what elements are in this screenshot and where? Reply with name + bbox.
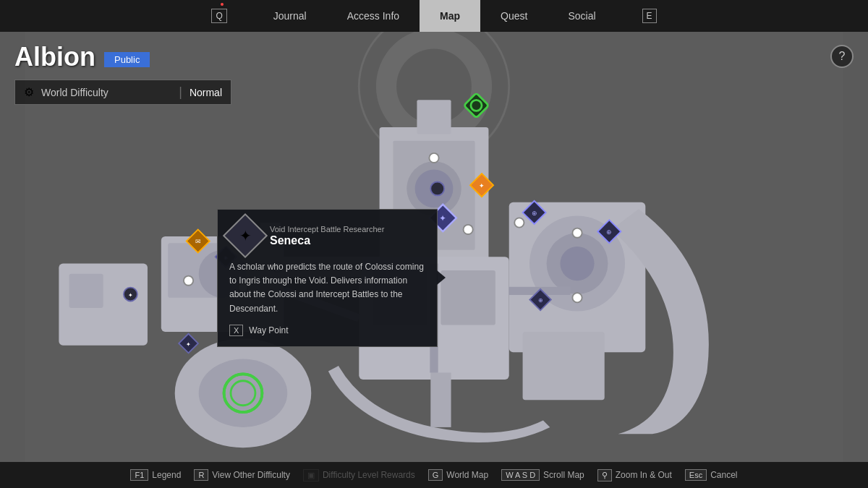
svg-rect-8 [417,100,451,134]
waypoint-label: Way Point [249,325,288,335]
nav-access-info[interactable]: Access Info [327,0,420,32]
location-title: Albion [14,42,95,72]
world-difficulty-value: Normal [190,87,222,98]
location-panel: Albion Public ⚙ World Difficulty | Norma… [14,42,231,105]
npc-name: Seneca [270,234,384,247]
npc-waypoint: X Way Point [229,325,425,336]
nav-quest[interactable]: Quest [480,0,548,32]
svg-point-39 [184,276,193,286]
svg-text:✦: ✦ [479,181,485,189]
svg-text:⊕: ⊕ [606,228,612,236]
key-zoom: ⚲ [597,469,612,481]
notification-dot [221,3,224,6]
bottom-bar: F1 Legend R View Other Difficulty ▣ Diff… [0,462,868,488]
label-world-map: World Map [446,470,488,480]
world-difficulty-label: World Difficulty [41,87,171,98]
svg-rect-20 [69,274,103,308]
key-wasd: W A S D [501,469,540,481]
svg-rect-11 [441,270,495,325]
hint-other-difficulty: R View Other Difficulty [194,469,290,481]
world-difficulty-panel: ⚙ World Difficulty | Normal [14,80,231,105]
npc-title-block: Void Intercept Battle Researcher Seneca [270,224,384,247]
npc-description: A scholar who predicts the route of Colo… [229,260,425,316]
npc-icon-symbol: ✦ [239,227,252,244]
key-f1: F1 [130,469,148,481]
label-difficulty-rewards: Difficulty Level Rewards [323,470,415,480]
npc-icon: ✦ [223,213,268,258]
hint-zoom: ⚲ Zoom In & Out [597,469,672,481]
top-navigation: Q Journal Access Info Map Quest Social E [0,0,868,32]
key-esc: Esc [685,469,707,481]
label-cancel: Cancel [710,470,737,480]
nav-map[interactable]: Map [420,0,480,32]
svg-text:⊕: ⊕ [532,209,537,217]
svg-point-15 [560,247,594,281]
nav-social[interactable]: Social [548,0,616,32]
label-legend: Legend [152,470,181,480]
svg-rect-28 [430,372,451,427]
public-badge: Public [104,52,150,67]
q-key-badge: Q [211,9,226,23]
svg-point-32 [429,153,438,163]
svg-point-34 [514,218,524,227]
svg-point-36 [572,293,582,302]
world-difficulty-divider: | [179,85,182,100]
svg-text:✦: ✦ [128,292,133,299]
hint-scroll-map: W A S D Scroll Map [501,469,584,481]
nav-journal[interactable]: Journal [253,0,327,32]
label-zoom: Zoom In & Out [616,470,672,480]
svg-point-22 [199,359,288,427]
label-other-difficulty: View Other Difficulty [212,470,290,480]
e-key-badge: E [642,9,657,23]
waypoint-key: X [229,325,243,336]
npc-popup: ✦ Void Intercept Battle Researcher Senec… [217,209,438,347]
nav-q-key[interactable]: Q [191,0,252,32]
hint-difficulty-rewards: ▣ Difficulty Level Rewards [303,469,415,481]
svg-text:✦: ✦ [439,213,446,223]
svg-point-35 [572,228,582,238]
key-r: R [194,469,208,481]
key-g: G [428,469,443,481]
svg-point-58 [430,181,444,195]
help-button[interactable]: ? [830,45,854,68]
svg-rect-25 [523,332,605,400]
world-difficulty-icon: ⚙ [24,85,34,99]
key-difficulty-icon: ▣ [303,469,319,481]
hint-cancel: Esc Cancel [685,469,738,481]
nav-e-key[interactable]: E [616,0,677,32]
svg-text:✉: ✉ [195,237,201,245]
npc-header: ✦ Void Intercept Battle Researcher Senec… [229,220,425,252]
hint-legend: F1 Legend [130,469,181,481]
hint-world-map: G World Map [428,469,488,481]
svg-point-33 [464,225,473,234]
svg-text:⊕: ⊕ [538,296,543,304]
map-area: ✦ ⊕ ⊕ ✦ ✉ [0,32,868,462]
svg-text:✦: ✦ [186,341,191,348]
npc-role: Void Intercept Battle Researcher [270,224,384,234]
label-scroll-map: Scroll Map [543,470,584,480]
